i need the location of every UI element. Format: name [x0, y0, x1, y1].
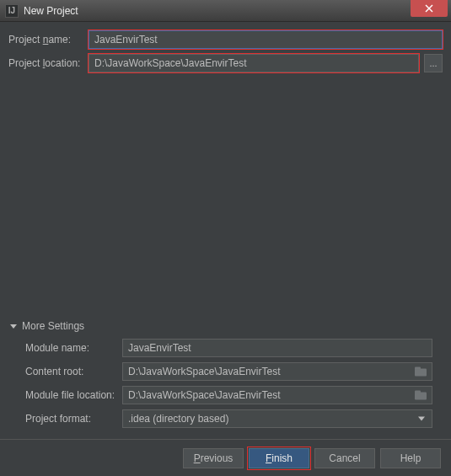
previous-button[interactable]: Previous [183, 448, 244, 468]
app-icon: IJ [5, 4, 19, 18]
titlebar: IJ New Project [0, 0, 451, 22]
close-button[interactable] [411, 0, 448, 17]
cancel-button[interactable]: Cancel [314, 448, 375, 468]
dialog-content: Project name: Project location: ... More… [0, 22, 451, 436]
button-bar: Previous Finish Cancel Help [0, 439, 451, 476]
expand-icon [10, 324, 17, 329]
project-location-label: Project location: [8, 57, 89, 69]
project-location-row: Project location: ... [8, 54, 443, 72]
project-format-row: Project format: .idea (directory based) [25, 409, 432, 428]
app-icon-letter: IJ [8, 6, 15, 15]
window-title: New Project [24, 5, 78, 17]
project-location-input[interactable] [89, 54, 419, 72]
spacer [8, 78, 443, 315]
module-name-label: Module name: [25, 342, 122, 354]
content-root-input[interactable]: D:\JavaWorkSpace\JavaEnvirTest [122, 362, 432, 381]
project-format-label: Project format: [25, 413, 122, 425]
more-settings-panel: Module name: Content root: D:\JavaWorkSp… [8, 339, 443, 436]
finish-button[interactable]: Finish [249, 448, 309, 468]
more-settings-toggle[interactable]: More Settings [8, 315, 443, 339]
project-name-label: Project name: [8, 34, 89, 45]
folder-icon [415, 367, 427, 377]
browse-location-button[interactable]: ... [424, 54, 443, 72]
module-file-row: Module file location: D:\JavaWorkSpace\J… [25, 386, 432, 404]
module-file-label: Module file location: [25, 389, 122, 401]
help-button[interactable]: Help [380, 448, 441, 468]
folder-icon [415, 391, 427, 400]
module-name-row: Module name: [25, 339, 432, 357]
content-root-row: Content root: D:\JavaWorkSpace\JavaEnvir… [25, 362, 432, 381]
project-name-row: Project name: [8, 30, 443, 49]
content-root-label: Content root: [25, 366, 122, 377]
module-name-input[interactable] [122, 339, 432, 357]
module-file-input[interactable]: D:\JavaWorkSpace\JavaEnvirTest [122, 386, 432, 404]
project-name-input[interactable] [89, 30, 443, 49]
project-format-select[interactable]: .idea (directory based) [122, 409, 432, 428]
close-icon [425, 4, 433, 13]
